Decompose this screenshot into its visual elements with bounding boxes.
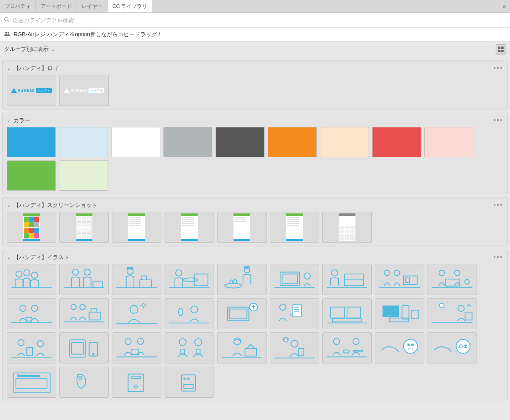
illustration-asset[interactable] [112, 298, 161, 329]
color-swatch[interactable] [59, 160, 108, 191]
section-logo: ⌄ 【ハンディ】ロゴ ••• AirREGI ハンディ AirREGI ハンディ [2, 61, 508, 109]
search-bar [0, 13, 510, 28]
svg-point-100 [343, 350, 349, 353]
color-swatch[interactable] [163, 127, 212, 157]
color-swatch[interactable] [7, 160, 56, 191]
illustration-asset[interactable] [322, 298, 372, 329]
screenshot-asset[interactable] [217, 212, 267, 243]
illustration-asset[interactable] [375, 264, 424, 295]
svg-point-114 [78, 376, 82, 379]
svg-rect-81 [72, 342, 83, 354]
svg-rect-116 [131, 377, 140, 378]
svg-point-84 [125, 338, 131, 345]
illustration-asset[interactable] [59, 332, 109, 363]
illustration-asset[interactable] [270, 298, 319, 329]
illustration-asset[interactable] [270, 332, 319, 363]
tab-layer[interactable]: レイヤー [77, 0, 108, 12]
illustration-asset[interactable] [428, 298, 477, 329]
illustration-asset[interactable] [217, 298, 267, 329]
screenshot-asset[interactable] [322, 212, 372, 243]
illustration-asset[interactable] [112, 332, 161, 363]
screenshot-asset[interactable] [270, 212, 319, 243]
color-swatch[interactable] [320, 127, 369, 157]
tab-artboard[interactable]: アートボード [36, 0, 77, 12]
collapse-icon[interactable]: ⌄ [7, 66, 10, 71]
svg-point-28 [332, 270, 338, 276]
illustration-asset[interactable] [7, 264, 56, 295]
screenshot-asset[interactable] [165, 212, 214, 243]
illustration-asset[interactable] [165, 298, 214, 329]
illustration-asset[interactable] [112, 264, 161, 295]
svg-point-51 [130, 306, 137, 313]
svg-point-99 [333, 338, 340, 345]
illustration-asset[interactable] [165, 367, 214, 398]
color-swatch[interactable] [424, 127, 473, 157]
svg-point-18 [183, 278, 197, 282]
svg-point-38 [455, 270, 460, 276]
grid-view-toggle[interactable] [496, 44, 506, 55]
view-controls: グループ別に表示 ⌄ [0, 41, 510, 57]
illustration-asset[interactable] [165, 332, 214, 363]
illustration-asset[interactable] [59, 264, 109, 295]
triangle-icon [11, 88, 17, 93]
color-swatch[interactable] [372, 127, 421, 157]
screenshot-asset[interactable] [59, 212, 109, 243]
illustration-asset[interactable] [112, 367, 161, 398]
svg-rect-48 [89, 312, 101, 320]
collapse-icon[interactable]: ⌄ [7, 255, 10, 260]
color-swatch[interactable] [59, 127, 108, 157]
illustration-asset[interactable] [375, 298, 424, 329]
color-swatch[interactable] [111, 127, 160, 157]
color-swatch[interactable] [268, 127, 317, 157]
illustration-asset[interactable] [270, 264, 319, 295]
illustration-asset[interactable] [428, 332, 477, 363]
library-selector[interactable]: RGB-Airレジ ハンディ※option押しながらコピードラッグ！ [0, 28, 510, 41]
svg-rect-65 [333, 319, 362, 322]
illustration-asset[interactable] [165, 264, 214, 295]
expand-panel-icon[interactable]: » [498, 3, 510, 10]
search-input[interactable] [12, 17, 506, 23]
tab-cc-library[interactable]: CC ライブラリ [108, 0, 152, 12]
collapse-icon[interactable]: ⌄ [7, 118, 10, 123]
color-swatch[interactable] [7, 127, 56, 157]
svg-rect-112 [16, 379, 47, 388]
illustration-asset[interactable] [322, 264, 372, 295]
screenshot-asset[interactable] [112, 212, 161, 243]
illustration-asset[interactable]: Network Configuration [7, 367, 56, 398]
section-title-color: カラー [14, 117, 493, 124]
svg-rect-69 [402, 306, 409, 319]
tab-properties[interactable]: プロパティ [0, 0, 36, 12]
svg-rect-64 [347, 307, 361, 318]
logo-asset[interactable]: AirREGI ハンディ [59, 75, 109, 106]
svg-rect-10 [93, 282, 102, 288]
svg-point-76 [18, 340, 24, 346]
section-more-icon[interactable]: ••• [493, 253, 503, 262]
color-swatch[interactable] [216, 127, 265, 157]
collapse-icon[interactable]: ⌄ [7, 203, 10, 208]
screenshot-asset[interactable] [7, 212, 56, 243]
svg-point-23 [225, 283, 242, 288]
illustration-asset[interactable] [59, 367, 109, 398]
section-more-icon[interactable]: ••• [493, 64, 503, 72]
svg-rect-86 [131, 349, 138, 355]
svg-point-90 [195, 339, 202, 346]
group-by-dropdown[interactable]: グループ別に表示 ⌄ [4, 46, 55, 53]
svg-point-47 [80, 305, 85, 310]
svg-text:Network Configuration: Network Configuration [17, 375, 40, 377]
illustration-asset[interactable] [375, 332, 424, 363]
illustration-asset[interactable] [7, 332, 56, 363]
illustration-asset[interactable] [217, 264, 267, 295]
logo-asset[interactable]: AirREGI ハンディ [7, 75, 56, 106]
section-more-icon[interactable]: ••• [493, 201, 503, 209]
svg-point-83 [92, 354, 94, 355]
svg-point-73 [458, 305, 465, 312]
illustration-asset[interactable] [428, 264, 477, 295]
svg-point-33 [394, 270, 400, 276]
svg-point-5 [24, 270, 30, 276]
svg-rect-105 [407, 344, 410, 346]
illustration-asset[interactable] [7, 298, 56, 329]
illustration-asset[interactable] [59, 298, 109, 329]
illustration-asset[interactable] [322, 332, 372, 363]
illustration-asset[interactable] [217, 332, 267, 363]
section-more-icon[interactable]: ••• [493, 116, 503, 125]
